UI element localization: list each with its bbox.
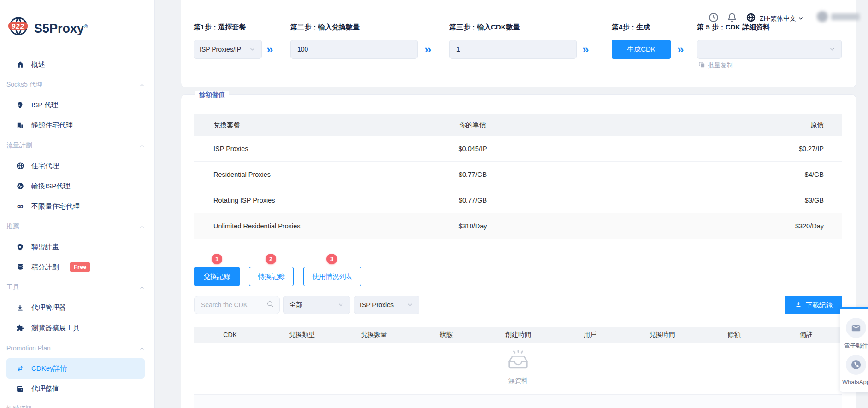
globe-logo-icon: 922: [6, 16, 30, 37]
col-cdk: CDK: [194, 331, 266, 338]
whatsapp-icon[interactable]: [846, 355, 866, 375]
sidebar-item-unlimited-residential[interactable]: ∞ 不限量住宅代理: [0, 196, 155, 216]
col-user: 用戶: [554, 331, 626, 339]
product-filter-select[interactable]: ISP Proxies: [354, 296, 419, 314]
step5-cdk-details-select[interactable]: [697, 40, 842, 59]
building-icon: [16, 121, 24, 130]
step2-label: 第二步：輸入兌換數量: [290, 23, 360, 32]
price-table-row: ISP Proxies $0.045/IP $0.27/IP: [194, 136, 842, 162]
cdk-search-field[interactable]: [194, 296, 280, 314]
sidebar-section-referral[interactable]: 推薦: [0, 216, 155, 237]
double-arrow-icon: »: [425, 40, 431, 59]
price-table: 兌換套餐 你的單價 原價 ISP Proxies $0.045/IP $0.27…: [194, 114, 842, 239]
globe-icon: [16, 162, 24, 170]
sidebar-item-proxy-topup[interactable]: 代理儲值: [0, 379, 155, 399]
chevron-up-icon: [139, 143, 145, 148]
price-table-row: Residential Proxies $0.77/GB $4/GB: [194, 162, 842, 187]
step3-cdk-count-field[interactable]: [449, 40, 577, 59]
step2-quantity-field[interactable]: [290, 40, 418, 59]
tab-redeem-records[interactable]: 兌換記錄: [194, 267, 240, 286]
chevron-up-icon: [139, 224, 145, 229]
double-arrow-icon: »: [266, 40, 273, 59]
brand-logo[interactable]: 922 S5Proxy®: [6, 16, 88, 39]
sidebar-item-residential-proxy[interactable]: 住宅代理: [0, 156, 155, 176]
sidebar-section-traffic-plan[interactable]: 流量計劃: [0, 135, 155, 156]
user-avatar[interactable]: [817, 10, 864, 23]
search-icon: [266, 300, 274, 309]
swap-icon: [16, 364, 24, 373]
download-records-label: 下載記錄: [806, 301, 833, 309]
sidebar-item-proxy-manager[interactable]: 代理管理器: [0, 297, 155, 318]
copy-icon: [698, 61, 705, 70]
sidebar-section-account-info[interactable]: 帳號資訊: [0, 399, 155, 408]
sidebar-item-rotating-isp[interactable]: 輪換ISP代理: [0, 176, 155, 196]
sidebar-item-label: ISP 代理: [31, 101, 58, 110]
sidebar-item-affiliate-program[interactable]: 聯盟計畫: [0, 237, 155, 257]
sidebar-item-points-plan[interactable]: 積分計劃 Free: [0, 257, 155, 277]
batch-copy-label: 批量复制: [708, 61, 733, 70]
col-create-time: 創建時間: [482, 331, 554, 339]
logo-badge: 922: [8, 22, 28, 30]
sidebar-section-label: 流量計劃: [6, 141, 32, 150]
infinity-icon: ∞: [16, 202, 24, 211]
download-records-button[interactable]: 下載記錄: [785, 296, 842, 314]
sidebar-item-browser-extension[interactable]: 瀏覽器擴展工具: [0, 318, 155, 338]
step1-package-select[interactable]: ISP Proxies/IP: [194, 40, 262, 59]
email-icon[interactable]: [846, 318, 866, 338]
sidebar-section-label: 帳號資訊: [6, 405, 32, 408]
sidebar-item-label: CDKey詳情: [31, 364, 67, 373]
step5-label: 第 5 步：CDK 詳細資料: [697, 23, 770, 32]
sidebar-item-isp-proxy[interactable]: ISP 代理: [0, 95, 155, 115]
contact-widget: 電子郵件 WhatsApp: [840, 307, 868, 392]
sidebar-section-tools[interactable]: 工具: [0, 277, 155, 297]
registered-mark: ®: [84, 23, 88, 29]
sidebar-item-label: 代理管理器: [31, 303, 66, 312]
sidebar-section-label: 推薦: [6, 222, 19, 231]
empty-text: 無資料: [479, 377, 557, 385]
language-label: ZH-繁体中文: [760, 15, 796, 22]
step3-cdk-count-input[interactable]: [455, 45, 571, 53]
chevron-down-icon: [249, 46, 256, 52]
col-remark: 備註: [770, 331, 842, 339]
home-icon: [16, 60, 24, 69]
step2-quantity-input[interactable]: [296, 45, 412, 53]
sidebar-section-promotion-plan[interactable]: Promotion Plan: [0, 338, 155, 358]
chevron-up-icon: [139, 345, 145, 351]
sidebar-section-label: Socks5 代理: [6, 81, 42, 89]
sidebar-section-label: Promotion Plan: [6, 344, 51, 352]
generate-cdk-button[interactable]: 生成CDK: [612, 40, 671, 59]
price-col-your-price: 你的單價: [389, 121, 557, 129]
price-table-row: Rotating ISP Proxies $0.77/GB $3/GB: [194, 187, 842, 213]
col-redeem-time: 兌換時間: [626, 331, 698, 339]
empty-box-icon: [505, 350, 531, 373]
tab-usage-list[interactable]: 使用情況列表: [303, 267, 361, 286]
sidebar-section-socks5[interactable]: Socks5 代理: [0, 75, 155, 95]
price-table-header: 兌換套餐 你的單價 原價: [194, 114, 842, 136]
sidebar-item-label: 靜態住宅代理: [31, 121, 73, 130]
whatsapp-label: WhatsApp: [842, 379, 868, 385]
sidebar-item-label: 住宅代理: [31, 162, 59, 170]
price-col-original-price: 原價: [557, 121, 842, 129]
balance-card-legend: 餘額儲值: [195, 91, 229, 99]
sidebar-item-static-residential[interactable]: 靜態住宅代理: [0, 115, 155, 135]
col-balance: 餘額: [698, 331, 770, 339]
sidebar-item-cdkey-details[interactable]: CDKey詳情: [6, 358, 145, 379]
app-window: 922 S5Proxy® 概述 Socks5 代理 ISP 代理 靜態住宅代理: [0, 0, 868, 408]
step1-label: 第1步：選擇套餐: [194, 23, 246, 32]
cdk-search-input[interactable]: [200, 301, 266, 309]
sidebar-item-label: 概述: [31, 60, 45, 69]
sidebar-item-label: 代理儲值: [31, 385, 59, 393]
language-selector[interactable]: ZH-繁体中文: [760, 15, 803, 23]
status-filter-select[interactable]: 全部: [283, 296, 350, 314]
sidebar-menu: 概述 Socks5 代理 ISP 代理 靜態住宅代理 流量計劃 住宅代理: [0, 54, 155, 408]
sidebar-item-overview[interactable]: 概述: [0, 54, 155, 75]
batch-copy-button[interactable]: 批量复制: [698, 61, 733, 70]
col-redeem-type: 兌換類型: [266, 331, 338, 339]
sidebar: 922 S5Proxy® 概述 Socks5 代理 ISP 代理 靜態住宅代理: [0, 0, 155, 408]
records-table-header: CDK 兌換類型 兌換數量 狀態 創建時間 用戶 兌換時間 餘額 備註: [194, 327, 842, 343]
step-badge-3: 3: [326, 254, 337, 264]
sidebar-section-label: 工具: [6, 283, 19, 291]
email-label: 電子郵件: [844, 342, 868, 350]
tab-conversion-records[interactable]: 轉換記錄: [249, 267, 294, 286]
price-col-package: 兌換套餐: [194, 121, 389, 129]
